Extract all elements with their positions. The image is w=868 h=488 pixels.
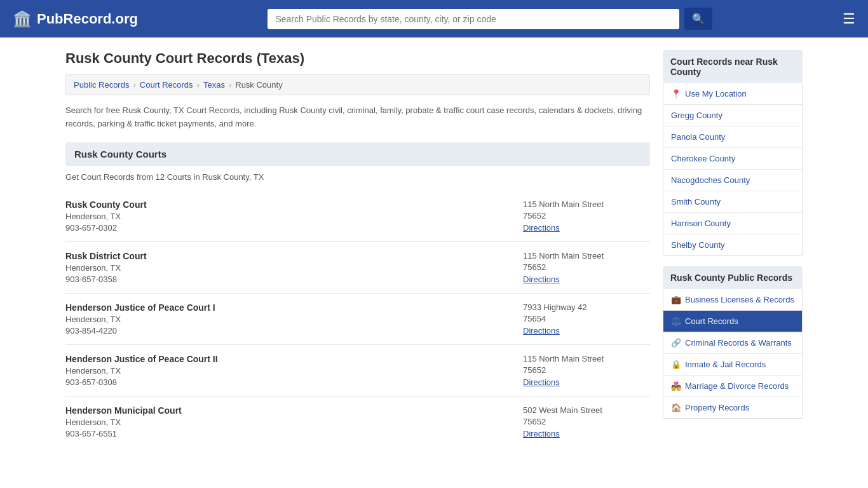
court-info-left: Henderson Justice of Peace Court I Hende… bbox=[65, 302, 523, 336]
court-info-left: Rusk County Court Henderson, TX 903-657-… bbox=[65, 200, 523, 233]
table-row: Rusk County Court Henderson, TX 903-657-… bbox=[65, 191, 650, 242]
record-type-label: Criminal Records & Warrants bbox=[685, 338, 792, 348]
county-link[interactable]: Cherokee County bbox=[671, 154, 735, 163]
record-type-icon: 💑 bbox=[671, 381, 681, 391]
sidebar-item-county[interactable]: Shelby County bbox=[663, 234, 802, 255]
breadcrumb-texas[interactable]: Texas bbox=[203, 80, 225, 90]
court-address: 115 North Main Street bbox=[523, 354, 650, 363]
court-phone: 903-657-6551 bbox=[65, 429, 523, 438]
court-city: Henderson, TX bbox=[65, 366, 523, 376]
nearby-list: 📍 Use My Location Gregg CountyPanola Cou… bbox=[663, 83, 803, 256]
public-records-title: Rusk County Public Records bbox=[663, 266, 803, 289]
directions-link[interactable]: Directions bbox=[523, 274, 560, 284]
record-type-icon: ⚖️ bbox=[671, 316, 681, 326]
nearby-title: Court Records near Rusk County bbox=[663, 50, 803, 83]
table-row: Henderson Justice of Peace Court II Hend… bbox=[65, 345, 650, 396]
county-link[interactable]: Shelby County bbox=[671, 240, 725, 250]
search-area: 🔍 bbox=[268, 8, 712, 30]
record-type-icon: 🏠 bbox=[671, 403, 681, 412]
courts-list: Rusk County Court Henderson, TX 903-657-… bbox=[65, 191, 650, 447]
county-link[interactable]: Nacogdoches County bbox=[671, 175, 750, 185]
record-type-icon: 💼 bbox=[671, 295, 681, 304]
court-phone: 903-854-4220 bbox=[65, 326, 523, 336]
breadcrumb: Public Records › Court Records › Texas ›… bbox=[65, 74, 650, 95]
use-my-location[interactable]: 📍 Use My Location bbox=[663, 83, 802, 105]
record-type-icon: 🔒 bbox=[671, 360, 681, 369]
page-title: Rusk County Court Records (Texas) bbox=[65, 50, 650, 67]
court-info-right: 115 North Main Street 75652 Directions bbox=[523, 354, 650, 387]
county-link[interactable]: Harrison County bbox=[671, 219, 731, 228]
breadcrumb-sep-1: › bbox=[133, 80, 135, 90]
court-address: 115 North Main Street bbox=[523, 200, 650, 209]
breadcrumb-sep-2: › bbox=[197, 80, 200, 90]
table-row: Henderson Municipal Court Henderson, TX … bbox=[65, 396, 650, 447]
sidebar-item-record-type[interactable]: 🔒 Inmate & Jail Records bbox=[663, 354, 802, 376]
logo[interactable]: 🏛️ PubRecord.org bbox=[13, 10, 138, 28]
court-name: Rusk District Court bbox=[65, 251, 523, 261]
sidebar-item-county[interactable]: Cherokee County bbox=[663, 148, 802, 170]
content-area: Rusk County Court Records (Texas) Public… bbox=[65, 50, 650, 447]
sidebar-item-record-type[interactable]: 💑 Marriage & Divorce Records bbox=[663, 376, 802, 397]
court-zip: 75652 bbox=[523, 365, 650, 375]
site-header: 🏛️ PubRecord.org 🔍 ☰ bbox=[0, 0, 868, 37]
sidebar-item-record-type[interactable]: 🔗 Criminal Records & Warrants bbox=[663, 332, 802, 354]
court-zip: 75652 bbox=[523, 262, 650, 272]
court-info-right: 7933 Highway 42 75654 Directions bbox=[523, 302, 650, 336]
record-type-label: Business Licenses & Records bbox=[685, 295, 794, 304]
court-zip: 75652 bbox=[523, 211, 650, 220]
sidebar-item-county[interactable]: Smith County bbox=[663, 191, 802, 213]
search-button[interactable]: 🔍 bbox=[684, 8, 712, 30]
main-container: Rusk County Court Records (Texas) Public… bbox=[53, 37, 815, 460]
courts-section-header: Rusk County Courts bbox=[65, 142, 650, 166]
directions-link[interactable]: Directions bbox=[523, 223, 560, 233]
breadcrumb-court-records[interactable]: Court Records bbox=[140, 80, 193, 90]
nearby-section: Court Records near Rusk County 📍 Use My … bbox=[663, 50, 803, 256]
menu-icon[interactable]: ☰ bbox=[843, 11, 855, 27]
sidebar-item-county[interactable]: Harrison County bbox=[663, 213, 802, 234]
court-city: Henderson, TX bbox=[65, 263, 523, 273]
sidebar-item-county[interactable]: Nacogdoches County bbox=[663, 170, 802, 191]
sidebar-item-county[interactable]: Panola County bbox=[663, 126, 802, 148]
directions-link[interactable]: Directions bbox=[523, 429, 560, 438]
page-description: Search for free Rusk County, TX Court Re… bbox=[65, 104, 650, 131]
court-name: Henderson Justice of Peace Court I bbox=[65, 302, 523, 313]
court-info-right: 502 West Main Street 75652 Directions bbox=[523, 405, 650, 438]
use-location-label: Use My Location bbox=[685, 89, 747, 98]
court-city: Henderson, TX bbox=[65, 212, 523, 221]
sidebar-item-record-type[interactable]: 🏠 Property Records bbox=[663, 397, 802, 418]
court-info-left: Henderson Municipal Court Henderson, TX … bbox=[65, 405, 523, 438]
record-type-label: Property Records bbox=[685, 403, 749, 412]
court-info-right: 115 North Main Street 75652 Directions bbox=[523, 251, 650, 284]
directions-link[interactable]: Directions bbox=[523, 377, 560, 387]
public-records-section: Rusk County Public Records 💼 Business Li… bbox=[663, 266, 803, 419]
county-link[interactable]: Gregg County bbox=[671, 111, 722, 120]
court-info-left: Rusk District Court Henderson, TX 903-65… bbox=[65, 251, 523, 284]
breadcrumb-rusk-county: Rusk County bbox=[235, 80, 282, 90]
sidebar-item-county[interactable]: Gregg County bbox=[663, 105, 802, 126]
table-row: Rusk District Court Henderson, TX 903-65… bbox=[65, 242, 650, 294]
court-address: 502 West Main Street bbox=[523, 405, 650, 415]
court-info-right: 115 North Main Street 75652 Directions bbox=[523, 200, 650, 233]
nearby-counties: Gregg CountyPanola CountyCherokee County… bbox=[663, 105, 802, 255]
court-directions[interactable]: Directions bbox=[523, 428, 650, 438]
court-directions[interactable]: Directions bbox=[523, 325, 650, 336]
record-type-label: Court Records bbox=[685, 316, 738, 326]
record-type-icon: 🔗 bbox=[671, 338, 681, 348]
court-city: Henderson, TX bbox=[65, 315, 523, 324]
county-link[interactable]: Smith County bbox=[671, 197, 721, 207]
search-input[interactable] bbox=[268, 9, 679, 29]
breadcrumb-sep-3: › bbox=[229, 80, 231, 90]
court-directions[interactable]: Directions bbox=[523, 274, 650, 284]
county-link[interactable]: Panola County bbox=[671, 132, 725, 142]
court-city: Henderson, TX bbox=[65, 417, 523, 427]
court-name: Henderson Municipal Court bbox=[65, 405, 523, 416]
court-directions[interactable]: Directions bbox=[523, 222, 650, 233]
directions-link[interactable]: Directions bbox=[523, 326, 560, 336]
breadcrumb-public-records[interactable]: Public Records bbox=[74, 80, 129, 90]
sidebar: Court Records near Rusk County 📍 Use My … bbox=[663, 50, 803, 447]
sidebar-item-record-type[interactable]: ⚖️ Court Records bbox=[663, 311, 802, 332]
court-directions[interactable]: Directions bbox=[523, 377, 650, 387]
logo-text: PubRecord.org bbox=[37, 11, 138, 27]
court-phone: 903-657-0308 bbox=[65, 377, 523, 387]
sidebar-item-record-type[interactable]: 💼 Business Licenses & Records bbox=[663, 289, 802, 311]
